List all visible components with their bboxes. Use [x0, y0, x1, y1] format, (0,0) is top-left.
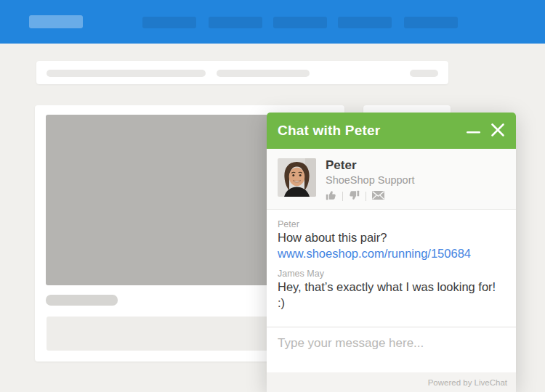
message-text: How about this pair?: [278, 230, 505, 246]
agent-bar: Peter ShoeShop Support: [267, 149, 516, 210]
thumbs-down-icon: [349, 190, 360, 203]
envelope-icon: [372, 191, 384, 202]
placeholder-bar: [410, 70, 438, 77]
thumbs-up-icon: [326, 190, 336, 203]
mock-breadcrumb-bar: [36, 61, 448, 84]
thumbs-down-button[interactable]: [349, 190, 360, 203]
message-link[interactable]: www.shoeshop.com/running/150684: [278, 246, 471, 262]
agent-avatar: [278, 158, 316, 197]
mock-nav-item[interactable]: [142, 17, 196, 28]
mock-nav-item[interactable]: [338, 17, 392, 28]
placeholder-bar: [47, 70, 206, 77]
close-button[interactable]: [490, 121, 505, 141]
mock-nav-item[interactable]: [273, 17, 327, 28]
divider: [342, 192, 343, 201]
chat-footer: Powered by LiveChat: [267, 372, 516, 392]
mock-nav-item[interactable]: [404, 17, 458, 28]
chat-widget: Chat with Peter: [267, 113, 516, 392]
message-list: Peter How about this pair? www.shoeshop.…: [267, 210, 516, 327]
mock-nav-item[interactable]: [209, 17, 262, 28]
minimize-icon: [467, 126, 480, 136]
composer: [267, 327, 516, 372]
caption-placeholder: [46, 295, 118, 306]
demo-page: Chat with Peter: [0, 0, 545, 392]
email-transcript-button[interactable]: [372, 191, 384, 202]
message-text: Hey, that’s exactly what I was looking f…: [278, 279, 505, 311]
message-author: James May: [278, 268, 505, 279]
minimize-button[interactable]: [467, 121, 480, 141]
rating-row: [326, 190, 415, 203]
agent-info: Peter ShoeShop Support: [326, 158, 415, 203]
message-input[interactable]: [267, 327, 516, 372]
message-author: Peter: [278, 219, 505, 230]
mock-logo[interactable]: [29, 15, 83, 28]
chat-header[interactable]: Chat with Peter: [267, 113, 516, 149]
placeholder-bar: [217, 70, 310, 77]
agent-name: Peter: [326, 159, 415, 173]
close-icon: [490, 123, 505, 139]
chat-title: Chat with Peter: [278, 123, 456, 139]
powered-by-link[interactable]: Powered by LiveChat: [428, 378, 507, 387]
mock-navbar: [0, 0, 545, 44]
thumbs-up-button[interactable]: [326, 190, 336, 203]
agent-subtitle: ShoeShop Support: [326, 173, 415, 187]
divider: [366, 192, 366, 201]
